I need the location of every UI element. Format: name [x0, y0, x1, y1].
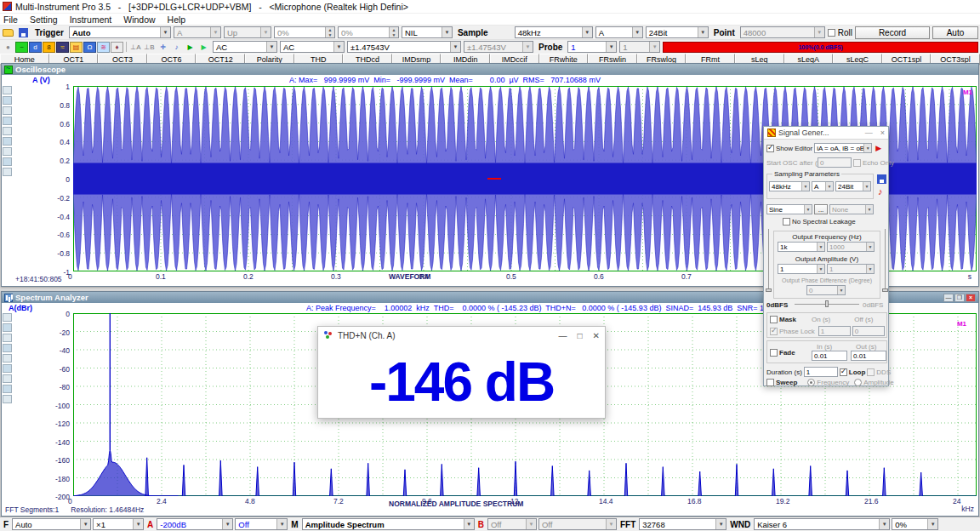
minimize-icon[interactable]: — [865, 128, 873, 137]
loop-checkbox[interactable] [840, 368, 847, 376]
generator-play-icon[interactable]: ▶ [874, 144, 883, 153]
waveform-more-button[interactable]: ... [814, 204, 828, 214]
run-icon[interactable]: ▶ [184, 42, 197, 53]
auto-scale-button[interactable]: Auto [932, 26, 978, 39]
modulation-select[interactable]: None▼ [829, 204, 874, 214]
app-titlebar[interactable]: Multi-Instrument Pro 3.5 - [+3DP+DLG+LCR… [0, 0, 980, 14]
a-range-select[interactable]: -200dB▼ [157, 518, 233, 530]
sampling-rate-select[interactable]: 48kHz▼ [515, 26, 593, 38]
mask-off-input[interactable]: 0 [852, 326, 885, 336]
close-icon[interactable]: ✕ [593, 331, 600, 340]
fade-checkbox[interactable] [770, 349, 778, 357]
sweep-checkbox[interactable] [766, 379, 774, 386]
menu-window[interactable]: Window [123, 14, 155, 25]
trigger-edge-select[interactable]: Up▼ [224, 26, 271, 38]
derived-data-icon[interactable]: ≋ [97, 42, 110, 53]
range-a-select[interactable]: ±1.47543V▼ [347, 41, 461, 53]
waveform-select[interactable]: Sine▼ [766, 204, 812, 214]
multimeter-icon[interactable]: 8 [43, 42, 55, 53]
record-toggle-icon[interactable]: ● [2, 42, 14, 53]
maximize-icon[interactable]: □ [578, 331, 583, 340]
gen-sampling-rate-select[interactable]: 48kHz▼ [769, 181, 810, 191]
pan-icon[interactable] [3, 354, 12, 363]
dds-checkbox[interactable] [867, 368, 875, 376]
sweep-amplitude-radio[interactable] [854, 379, 862, 386]
b-ref-select[interactable]: Off▼ [538, 518, 617, 530]
trigger-hpf-select[interactable]: NIL▼ [402, 26, 453, 38]
microphone-icon[interactable]: ♦ [111, 42, 123, 53]
spectrum-3d-plot-icon[interactable]: ≈ [56, 42, 69, 53]
spectrum-analyzer-icon[interactable]: d [29, 42, 42, 53]
copy-chart-icon[interactable] [3, 137, 12, 146]
echo-only-checkbox[interactable] [853, 159, 861, 167]
phase-lock-checkbox[interactable] [770, 328, 778, 335]
fft-size-select[interactable]: 32768▼ [639, 518, 726, 530]
range-b-select[interactable]: ±1.47543V▼ [464, 41, 533, 53]
menu-setting[interactable]: Setting [30, 14, 58, 25]
zoom-x-icon[interactable] [3, 106, 12, 115]
menu-help[interactable]: Help [168, 14, 186, 25]
marker-icon[interactable] [3, 323, 12, 332]
editor-mode-select[interactable]: iA = oA, iB = oB▼ [814, 143, 872, 153]
menu-instrument[interactable]: Instrument [70, 14, 112, 25]
probe-a-select[interactable]: 1▼ [567, 41, 617, 53]
analysis-mode-select[interactable]: Amplitude Spectrum▼ [302, 518, 475, 530]
lcr-meter-icon[interactable]: Ω [83, 42, 96, 53]
trigger-delay-spinner[interactable]: 0%▲▼ [338, 26, 399, 38]
trigger-source-select[interactable]: A▼ [174, 26, 221, 38]
record-length-select[interactable]: 48000▼ [740, 26, 825, 38]
close-icon[interactable]: × [966, 294, 976, 302]
spin-down-icon[interactable]: ▼ [390, 32, 398, 37]
mask-checkbox[interactable] [770, 316, 778, 323]
left-level-slider[interactable] [766, 229, 772, 299]
coupling-a-select[interactable]: AC▼ [213, 41, 277, 53]
spectrum-marker-m1[interactable]: M1 [957, 320, 966, 328]
sampling-channel-select[interactable]: A▼ [595, 26, 643, 38]
window-function-select[interactable]: Kaiser 6▼ [754, 518, 890, 530]
refresh-select[interactable]: Auto▼ [12, 518, 91, 530]
no-spectral-leakage-checkbox[interactable] [783, 218, 790, 226]
slider-handle[interactable] [825, 300, 829, 307]
spin-down-icon[interactable]: ▼ [326, 32, 334, 37]
zoom-y-icon[interactable] [3, 117, 12, 125]
balance-slider[interactable] [795, 300, 859, 307]
copy-chart-icon[interactable] [3, 364, 12, 373]
a-ref-select[interactable]: Off▼ [235, 518, 288, 530]
overlap-select[interactable]: 0%▼ [892, 518, 938, 530]
run-with-generator-icon[interactable]: ▶ [197, 42, 210, 53]
calibration-icon[interactable]: ✛ [157, 42, 169, 53]
ground-a-icon[interactable]: ⊥A [129, 42, 142, 53]
phase-select[interactable]: 0▼ [806, 285, 846, 295]
menu-file[interactable]: File [3, 14, 18, 25]
start-osc-input[interactable]: 0 [818, 157, 852, 168]
trigger-level-spinner[interactable]: 0%▲▼ [274, 26, 335, 38]
roll-checkbox[interactable] [828, 29, 835, 37]
thd-titlebar[interactable]: THD+N (Ch. A) — □ ✕ [318, 327, 605, 344]
b-range-select[interactable]: Off▼ [487, 518, 537, 530]
music-note-icon[interactable]: ♪ [878, 186, 883, 197]
print-chart-icon[interactable] [3, 374, 12, 383]
open-file-icon[interactable] [2, 27, 14, 38]
mask-on-input[interactable]: 1 [818, 326, 851, 336]
sound-device-icon[interactable]: ♪ [170, 42, 183, 53]
chart-pointer-icon[interactable] [3, 313, 12, 322]
frequency-select[interactable]: 1k▼ [778, 242, 825, 252]
bit-resolution-select[interactable]: 24Bit▼ [646, 26, 709, 38]
minimize-icon[interactable]: — [943, 294, 954, 302]
restore-icon[interactable]: ❐ [954, 294, 965, 302]
save-file-icon[interactable] [17, 27, 30, 38]
slider-handle[interactable] [882, 288, 888, 292]
oscilloscope-titlebar[interactable]: Oscilloscope [2, 64, 978, 75]
pin-chart-icon[interactable] [3, 168, 12, 176]
zoom-x-icon[interactable] [3, 334, 12, 342]
coupling-b-select[interactable]: AC▼ [280, 41, 345, 53]
right-level-slider[interactable] [882, 229, 888, 299]
duration-input[interactable]: 1 [804, 367, 838, 377]
minimize-icon[interactable]: — [559, 331, 567, 340]
pin-chart-icon[interactable] [3, 395, 12, 403]
slider-handle[interactable] [766, 288, 772, 292]
zoom-select[interactable]: ×1▼ [93, 518, 144, 530]
pan-icon[interactable] [3, 127, 12, 135]
chart-settings-icon[interactable] [3, 157, 12, 166]
frequency-value-select[interactable]: 1000▼ [827, 242, 875, 252]
